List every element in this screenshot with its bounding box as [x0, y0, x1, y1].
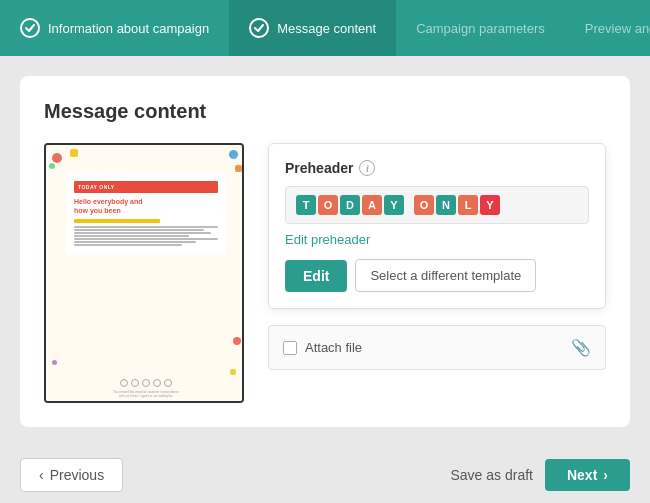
nav-item-info[interactable]: Information about campaign: [0, 0, 229, 56]
badge-D: D: [340, 195, 360, 215]
deco-dot: [70, 149, 78, 157]
nav-item-params[interactable]: Campaign parameters: [396, 0, 565, 56]
nav-label-preview: Preview and send: [585, 21, 650, 36]
edit-button[interactable]: Edit: [285, 260, 347, 292]
email-preview-thumbnail: TODAY ONLY Hello everybody andhow you be…: [44, 143, 244, 403]
badge-O: O: [318, 195, 338, 215]
paperclip-icon: 📎: [571, 338, 591, 357]
bottom-right: Save as draft Next ›: [450, 459, 630, 491]
deco-dot: [235, 165, 242, 172]
content-area: TODAY ONLY Hello everybody andhow you be…: [44, 143, 606, 403]
preheader-section: Preheader i T O D A Y O N: [268, 143, 606, 309]
card-title: Message content: [44, 100, 606, 123]
badge-O2: O: [414, 195, 434, 215]
top-navigation: Information about campaign Message conte…: [0, 0, 650, 56]
deco-dot: [52, 360, 57, 365]
previous-button[interactable]: ‹ Previous: [20, 458, 123, 492]
deco-dot: [229, 150, 238, 159]
badge-Y2: Y: [480, 195, 500, 215]
attach-left: Attach file: [283, 340, 362, 355]
badge-L: L: [458, 195, 478, 215]
badge-N: N: [436, 195, 456, 215]
right-panel: Preheader i T O D A Y O N: [268, 143, 606, 370]
main-content: Message content: [0, 56, 650, 447]
next-label: Next: [567, 467, 597, 483]
deco-dot: [49, 163, 55, 169]
previous-label: Previous: [50, 467, 104, 483]
bottom-bar: ‹ Previous Save as draft Next ›: [0, 447, 650, 503]
attach-checkbox[interactable]: [283, 341, 297, 355]
badge-Y: Y: [384, 195, 404, 215]
deco-dot: [233, 337, 241, 345]
nav-label-params: Campaign parameters: [416, 21, 545, 36]
deco-dot: [52, 153, 62, 163]
preheader-text: Preheader: [285, 160, 353, 176]
nav-label-message: Message content: [277, 21, 376, 36]
nav-item-message[interactable]: Message content: [229, 0, 396, 56]
deco-dot: [230, 369, 236, 375]
edit-preheader-link[interactable]: Edit preheader: [285, 232, 589, 247]
badge-T: T: [296, 195, 316, 215]
chevron-right-icon: ›: [603, 467, 608, 483]
preheader-input-display: T O D A Y O N L Y: [285, 186, 589, 224]
attach-section: Attach file 📎: [268, 325, 606, 370]
badge-container: T O D A Y O N L Y: [296, 195, 500, 215]
info-icon[interactable]: i: [359, 160, 375, 176]
content-card: Message content: [20, 76, 630, 427]
select-template-button[interactable]: Select a different template: [355, 259, 536, 292]
nav-item-preview[interactable]: Preview and send: [565, 0, 650, 56]
badge-A: A: [362, 195, 382, 215]
check-icon-message: [249, 18, 269, 38]
action-buttons: Edit Select a different template: [285, 259, 589, 292]
chevron-left-icon: ‹: [39, 467, 44, 483]
save-draft-button[interactable]: Save as draft: [450, 467, 533, 483]
attach-label: Attach file: [305, 340, 362, 355]
check-icon-info: [20, 18, 40, 38]
nav-label-info: Information about campaign: [48, 21, 209, 36]
preheader-label: Preheader i: [285, 160, 589, 176]
next-button[interactable]: Next ›: [545, 459, 630, 491]
